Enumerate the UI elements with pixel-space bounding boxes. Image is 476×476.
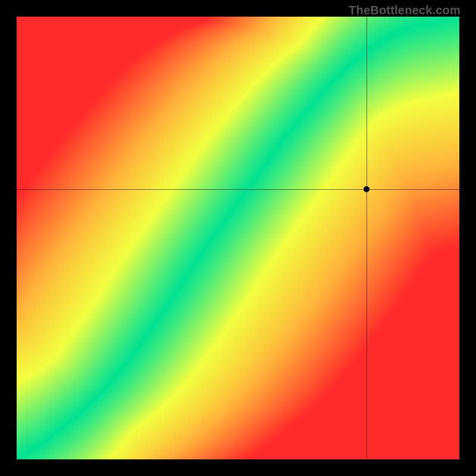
crosshair-vertical xyxy=(367,17,367,459)
queried-point-marker xyxy=(364,186,369,192)
watermark: TheBottleneck.com xyxy=(349,4,461,17)
heatmap-canvas xyxy=(17,17,459,459)
crosshair-horizontal xyxy=(17,189,459,190)
heatmap-plot xyxy=(17,17,459,459)
